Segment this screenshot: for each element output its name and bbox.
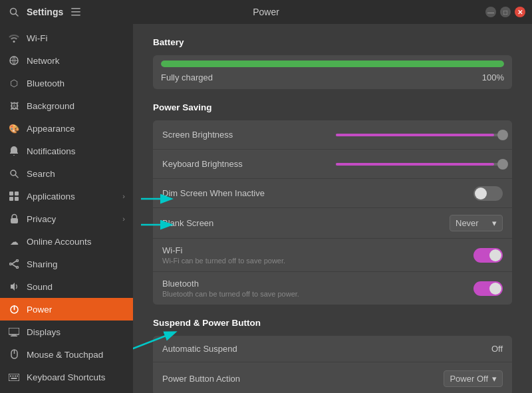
sidebar-item-bluetooth[interactable]: ⬡ Bluetooth <box>0 72 133 94</box>
minimize-button[interactable]: — <box>485 7 496 17</box>
power-icon <box>8 303 20 315</box>
svg-point-15 <box>16 267 18 269</box>
sidebar-item-label-notifications: Notifications <box>27 146 76 156</box>
bluetooth-icon: ⬡ <box>8 77 20 89</box>
battery-percent: 100% <box>482 72 504 82</box>
bluetooth-power-label: Bluetooth <box>162 279 473 289</box>
svg-line-16 <box>11 261 16 265</box>
sidebar-item-wifi[interactable]: Wi-Fi <box>0 27 133 49</box>
sidebar-item-power[interactable]: Power <box>0 298 133 321</box>
keyboard-icon <box>8 371 20 383</box>
blank-screen-dropdown[interactable]: Never ▾ <box>450 215 503 231</box>
battery-status: Fully charged <box>161 72 213 82</box>
wifi-power-label: Wi-Fi <box>162 245 473 255</box>
bluetooth-power-toggle[interactable] <box>473 281 503 296</box>
wifi-power-sublabel: Wi-Fi can be turned off to save power. <box>162 257 473 265</box>
blank-screen-chevron: ▾ <box>492 218 497 228</box>
sidebar-item-label-bluetooth: Bluetooth <box>27 78 65 88</box>
blank-screen-value: Never <box>456 218 479 228</box>
svg-marker-18 <box>11 283 15 291</box>
sidebar-item-displays[interactable]: Displays <box>0 321 133 343</box>
sidebar-item-sound[interactable]: Sound <box>0 275 133 298</box>
sidebar-item-label-appearance: Appearance <box>27 124 75 134</box>
svg-rect-4 <box>71 15 80 16</box>
svg-line-7 <box>15 175 18 178</box>
svg-line-17 <box>11 264 16 267</box>
power-button-label: Power Button Action <box>162 374 444 384</box>
blank-screen-row: Blank Screen Never ▾ <box>153 208 512 239</box>
sharing-icon <box>8 258 20 270</box>
dim-screen-label: Dim Screen When Inactive <box>162 188 473 198</box>
screen-brightness-row: Screen Brightness <box>153 120 512 150</box>
sidebar-item-label-displays: Displays <box>27 327 61 337</box>
power-button-dropdown[interactable]: Power Off ▾ <box>444 370 503 387</box>
sidebar-item-notifications[interactable]: Notifications <box>0 140 133 162</box>
settings-title: Settings <box>27 7 63 17</box>
sidebar: Wi-Fi Network ⬡ Bluetooth 🖼 Background 🎨… <box>0 24 133 393</box>
screen-brightness-slider[interactable] <box>336 134 503 136</box>
menu-icon-btn[interactable] <box>68 5 83 19</box>
wifi-power-toggle[interactable] <box>473 248 503 263</box>
appearance-icon: 🎨 <box>8 122 20 134</box>
bluetooth-power-sublabel: Bluetooth can be turned off to save powe… <box>162 290 473 298</box>
sidebar-item-label-sound: Sound <box>27 282 53 292</box>
bluetooth-power-row: Bluetooth Bluetooth can be turned off to… <box>153 272 512 305</box>
applications-icon <box>8 190 20 202</box>
sidebar-item-background[interactable]: 🖼 Background <box>0 94 133 117</box>
sidebar-item-keyboard[interactable]: Keyboard Shortcuts <box>0 366 133 388</box>
svg-rect-29 <box>15 375 16 376</box>
screen-brightness-label: Screen Brightness <box>162 130 329 140</box>
sidebar-item-mouse-touchpad[interactable]: Mouse & Touchpad <box>0 343 133 366</box>
privacy-chevron: › <box>122 215 125 223</box>
displays-icon <box>8 326 20 338</box>
sidebar-item-appearance[interactable]: 🎨 Appearance <box>0 117 133 140</box>
sidebar-item-label-search: Search <box>27 169 55 179</box>
sidebar-item-label-sharing: Sharing <box>27 259 58 269</box>
power-button-row: Power Button Action Power Off ▾ <box>153 362 512 393</box>
wifi-power-row: Wi-Fi Wi-Fi can be turned off to save po… <box>153 239 512 272</box>
suspend-section: Suspend & Power Button Automatic Suspend… <box>153 318 512 393</box>
sound-icon <box>8 281 20 293</box>
sidebar-item-search[interactable]: Search <box>0 162 133 185</box>
blank-screen-label: Blank Screen <box>162 218 450 228</box>
svg-rect-27 <box>10 375 11 376</box>
sidebar-item-online-accounts[interactable]: ☁ Online Accounts <box>0 230 133 253</box>
suspend-section-title: Suspend & Power Button <box>153 318 512 328</box>
battery-section-title: Battery <box>153 37 512 47</box>
svg-rect-12 <box>11 218 18 223</box>
privacy-icon <box>8 213 20 225</box>
svg-rect-30 <box>17 375 18 376</box>
maximize-button[interactable]: □ <box>500 7 511 17</box>
search-icon-btn[interactable] <box>7 5 21 19</box>
sidebar-item-label-privacy: Privacy <box>27 214 56 224</box>
content-area: Battery Fully charged 100% Power Saving <box>133 24 532 393</box>
background-icon: 🖼 <box>8 100 20 112</box>
power-button-chevron: ▾ <box>492 374 497 384</box>
sidebar-item-label-online-accounts: Online Accounts <box>27 237 92 247</box>
automatic-suspend-label: Automatic Suspend <box>162 344 491 354</box>
svg-rect-8 <box>9 192 13 196</box>
sidebar-item-privacy[interactable]: Privacy › <box>0 207 133 230</box>
mouse-icon <box>8 348 20 360</box>
dim-screen-toggle[interactable] <box>473 186 503 201</box>
sidebar-search-icon <box>8 168 20 180</box>
sidebar-item-sharing[interactable]: Sharing <box>0 253 133 275</box>
sidebar-item-network[interactable]: Network <box>0 49 133 72</box>
power-button-value: Power Off <box>450 374 488 384</box>
svg-line-1 <box>16 14 19 17</box>
sidebar-item-label-network: Network <box>27 56 60 66</box>
sidebar-item-label-applications: Applications <box>27 192 75 201</box>
keyboard-brightness-slider[interactable] <box>336 163 503 166</box>
close-button[interactable]: ✕ <box>515 7 525 17</box>
svg-rect-31 <box>11 378 17 379</box>
automatic-suspend-value: Off <box>491 344 503 354</box>
sidebar-item-label-power: Power <box>27 305 52 315</box>
applications-chevron: › <box>122 192 125 200</box>
svg-rect-10 <box>9 197 13 201</box>
svg-point-13 <box>16 260 18 262</box>
svg-rect-2 <box>71 8 80 9</box>
automatic-suspend-row: Automatic Suspend Off <box>153 336 512 362</box>
sidebar-item-applications[interactable]: Applications › <box>0 185 133 207</box>
wifi-icon <box>8 32 20 44</box>
svg-rect-21 <box>9 328 19 334</box>
